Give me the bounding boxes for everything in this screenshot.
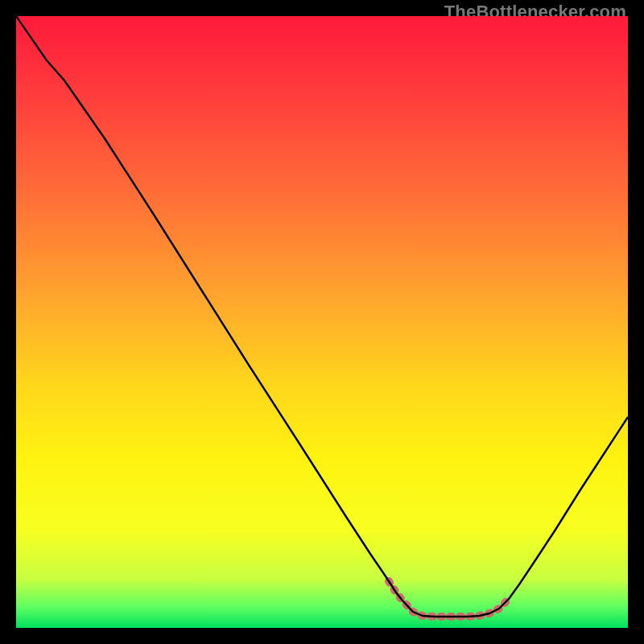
chart-curve-layer <box>16 16 628 628</box>
chart-accent-path <box>389 581 509 617</box>
chart-curve-path <box>16 16 628 617</box>
chart-plot-area <box>16 16 628 628</box>
